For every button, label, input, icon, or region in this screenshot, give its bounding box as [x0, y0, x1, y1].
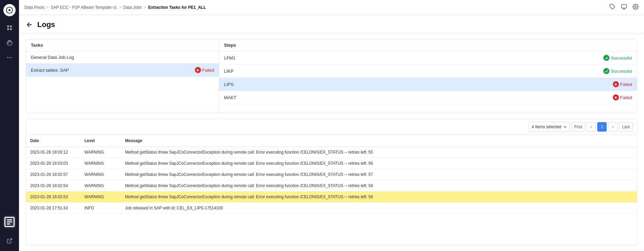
tasks-steps-panel: Tasks General Data Job Log Extract table…: [26, 39, 637, 113]
tasks-panel: Tasks General Data Job Log Extract table…: [26, 39, 219, 113]
failed-icon-makt: [613, 94, 619, 100]
svg-point-6: [9, 57, 10, 58]
task-label-general: General Data Job Log: [31, 55, 74, 60]
step-lips[interactable]: LIPS Failed: [219, 78, 637, 91]
breadcrumb-data-pools[interactable]: Data Pools: [24, 5, 44, 10]
task-item-extract[interactable]: Extract tables: SAP Failed: [26, 64, 219, 77]
svg-rect-4: [10, 28, 12, 30]
back-button[interactable]: [26, 21, 33, 28]
svg-point-16: [635, 6, 637, 8]
prev-page-button[interactable]: ‹: [586, 122, 596, 132]
step-label-lips: LIPS: [224, 82, 234, 87]
cell-date: 2023-01-28 18:02:57: [26, 169, 80, 180]
cell-date: 2023-01-28 18:03:12: [26, 147, 80, 158]
grid-icon[interactable]: [3, 22, 16, 34]
export-icon[interactable]: [3, 235, 16, 247]
step-status-makt: Failed: [613, 94, 632, 100]
table-row: 2023-01-28 18:03:12 WARNING Method getSt…: [26, 147, 637, 158]
step-label-makt: MAKT: [224, 95, 236, 100]
page-title: Logs: [37, 20, 55, 29]
steps-header: Steps: [219, 39, 637, 51]
current-page-button[interactable]: 1: [597, 122, 607, 132]
cell-message: Method getStatus threw SapJCoConnectorEx…: [121, 158, 637, 169]
failed-icon-lips: [613, 81, 619, 87]
tasks-header: Tasks: [26, 39, 219, 51]
failed-icon: [195, 67, 201, 73]
content-area: Tasks General Data Job Log Extract table…: [19, 33, 644, 251]
pagination: 4 Items selected First ‹ 1 › Last: [529, 122, 633, 132]
page-header: Logs: [19, 15, 644, 33]
main-content: Data Pools > SAP ECC - P2P ABeam Templat…: [19, 0, 644, 251]
sidebar: [0, 0, 19, 251]
cell-message: Method getStatus threw SapJCoConnectorEx…: [121, 169, 637, 180]
task-status-text: Failed: [202, 68, 214, 73]
step-status-lips: Failed: [613, 81, 632, 87]
cell-date: 2023-01-28 18:02:53: [26, 191, 80, 203]
steps-panel: Steps LFM1 Successful LIKP: [219, 39, 637, 113]
task-label-extract: Extract tables: SAP: [31, 68, 69, 73]
breadcrumb-current: Extraction Tasks for PE1_ALL: [148, 5, 206, 10]
svg-rect-13: [622, 4, 627, 8]
col-header-level: Level: [80, 135, 121, 147]
cell-level: WARNING: [80, 191, 121, 203]
step-status-lfm1: Successful: [603, 55, 632, 61]
col-header-date: Date: [26, 135, 80, 147]
chevron-down-icon: [563, 125, 567, 129]
items-select-label: 4 Items selected: [532, 124, 561, 129]
step-status-text-lips: Failed: [620, 82, 632, 87]
logs-table: Date Level Message 2023-01-28 18:03:12 W…: [26, 135, 637, 245]
step-status-text-lfm1: Successful: [611, 55, 632, 61]
cell-message: Job released in SAP with id: CEL_EX_LIPS…: [121, 203, 637, 214]
logs-toolbar: 4 Items selected First ‹ 1 › Last: [26, 119, 637, 135]
table-row: 2023-01-28 18:02:57 WARNING Method getSt…: [26, 169, 637, 180]
cell-date: 2023-01-28 18:03:03: [26, 158, 80, 169]
first-page-button[interactable]: First: [571, 122, 585, 132]
items-select[interactable]: 4 Items selected: [529, 122, 570, 132]
cell-date: 2023-01-28 17:51:43: [26, 203, 80, 214]
document-icon[interactable]: [3, 216, 16, 228]
task-status-failed: Failed: [195, 67, 214, 73]
next-page-button[interactable]: ›: [608, 122, 618, 132]
last-page-button[interactable]: Last: [619, 122, 633, 132]
step-makt[interactable]: MAKT Failed: [219, 91, 637, 104]
step-label-likp: LIKP: [224, 69, 234, 74]
step-lfm1[interactable]: LFM1 Successful: [219, 51, 637, 65]
topbar-actions: [609, 4, 639, 11]
col-header-message: Message: [121, 135, 637, 147]
cell-level: INFO: [80, 203, 121, 214]
hand-icon[interactable]: [3, 37, 16, 49]
step-status-text-likp: Successful: [611, 69, 632, 74]
cell-message: Method getStatus threw SapJCoConnectorEx…: [121, 180, 637, 191]
svg-rect-2: [10, 25, 12, 27]
breadcrumb-sep-3: >: [144, 5, 146, 10]
cell-level: WARNING: [80, 169, 121, 180]
svg-point-7: [11, 57, 12, 58]
svg-point-5: [7, 57, 8, 58]
cell-message: Method getStatus threw SapJCoConnectorEx…: [121, 191, 637, 203]
step-status-likp: Successful: [603, 68, 632, 74]
breadcrumb-sep-2: >: [119, 5, 121, 10]
table-row: 2023-01-28 18:02:53 WARNING Method getSt…: [26, 191, 637, 203]
table-row: 2023-01-28 18:02:54 WARNING Method getSt…: [26, 180, 637, 191]
success-icon-lfm1: [603, 55, 609, 61]
cell-message: Method getStatus threw SapJCoConnectorEx…: [121, 147, 637, 158]
cell-date: 2023-01-28 18:02:54: [26, 180, 80, 191]
step-status-text-makt: Failed: [620, 95, 632, 100]
layers-icon[interactable]: [621, 4, 627, 11]
success-icon-likp: [603, 68, 609, 74]
breadcrumb-data-jobs[interactable]: Data Jobs: [123, 5, 142, 10]
cell-level: WARNING: [80, 180, 121, 191]
tag-icon[interactable]: [609, 4, 616, 11]
more-dots-icon[interactable]: [3, 51, 16, 64]
step-likp[interactable]: LIKP Successful: [219, 65, 637, 78]
task-item-general[interactable]: General Data Job Log: [26, 51, 219, 64]
settings-icon[interactable]: [632, 4, 639, 11]
cell-level: WARNING: [80, 158, 121, 169]
svg-rect-3: [7, 28, 9, 30]
table-row: 2023-01-28 18:03:03 WARNING Method getSt…: [26, 158, 637, 169]
breadcrumb-sep-1: >: [46, 5, 49, 10]
logs-section: 4 Items selected First ‹ 1 › Last: [26, 119, 637, 246]
logo[interactable]: [3, 4, 16, 16]
cell-level: WARNING: [80, 147, 121, 158]
breadcrumb-template[interactable]: SAP ECC - P2P ABeam Template v1: [51, 5, 117, 10]
